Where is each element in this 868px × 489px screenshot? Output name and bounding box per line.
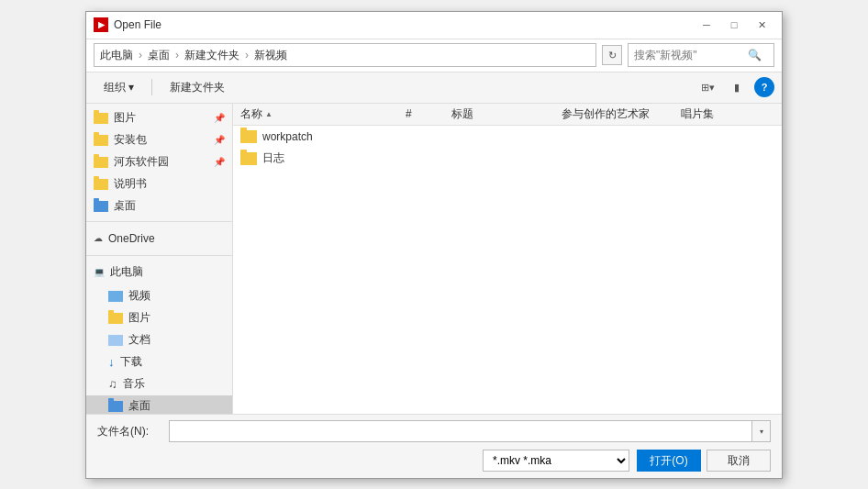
sidebar-label: 音乐 [123, 376, 145, 392]
sidebar-item-pictures2[interactable]: 图片 [86, 307, 232, 329]
toolbar-separator [151, 79, 152, 95]
dialog-icon: ▶ [94, 17, 108, 32]
search-input[interactable] [634, 49, 744, 61]
sidebar: 图片 📌 安装包 📌 河东软件园 📌 说明书 桌面 [86, 104, 233, 414]
col-num[interactable]: # [406, 107, 451, 120]
sidebar-item-videos[interactable]: 视频 [86, 285, 232, 307]
view-icon: ⊞▾ [701, 82, 715, 94]
folder-icon [108, 401, 123, 412]
sidebar-label: 文档 [128, 332, 150, 348]
search-box: 🔍 [628, 43, 774, 67]
window-controls: ─ □ ✕ [694, 16, 774, 34]
sidebar-item-hedong[interactable]: 河东软件园 📌 [86, 151, 232, 173]
file-item-workpatch[interactable]: workpatch [233, 126, 782, 148]
action-buttons: 打开(O) 取消 [637, 450, 771, 472]
filename-dropdown-button[interactable]: ▾ [752, 420, 771, 442]
sidebar-item-install[interactable]: 安装包 📌 [86, 129, 232, 151]
organize-button[interactable]: 组织 ▾ [94, 75, 144, 100]
path-part-4: 新视频 [254, 48, 287, 63]
folder-icon [94, 135, 108, 146]
col-name[interactable]: 名称 ▲ [240, 106, 406, 122]
folder-icon [108, 335, 123, 346]
folder-icon [94, 157, 108, 168]
sidebar-label: OneDrive [108, 232, 155, 245]
download-icon: ↓ [108, 355, 115, 369]
file-item-log[interactable]: 日志 [233, 148, 782, 170]
folder-icon [108, 313, 123, 324]
close-button[interactable]: ✕ [749, 16, 774, 34]
refresh-button[interactable]: ↻ [602, 45, 622, 65]
col-album[interactable]: 唱片集 [681, 106, 773, 122]
folder-icon [108, 291, 123, 302]
sidebar-label: 安装包 [114, 132, 147, 148]
title-bar: ▶ Open File ─ □ ✕ [86, 12, 782, 39]
address-path[interactable]: 此电脑 › 桌面 › 新建文件夹 › 新视频 [94, 43, 596, 67]
sidebar-label: 此电脑 [110, 264, 143, 280]
filetype-select[interactable]: *.mkv *.mka [483, 450, 629, 472]
cancel-button[interactable]: 取消 [707, 450, 771, 472]
sidebar-label: 说明书 [114, 176, 147, 192]
path-part-1: 此电脑 [100, 48, 133, 63]
path-part-2: 桌面 [148, 48, 170, 63]
sidebar-item-onedrive[interactable]: ☁ OneDrive [86, 226, 232, 251]
pin-icon: 📌 [214, 157, 225, 167]
main-content: 图片 📌 安装包 📌 河东软件园 📌 说明书 桌面 [86, 104, 782, 414]
sidebar-label: 河东软件园 [114, 154, 169, 170]
filetype-row: *.mkv *.mka 打开(O) 取消 [97, 450, 771, 472]
pane-button[interactable]: ▮ [725, 77, 749, 97]
filename-label: 文件名(N): [97, 424, 161, 439]
sidebar-item-docs[interactable]: 文档 [86, 329, 232, 351]
search-icon[interactable]: 🔍 [748, 49, 762, 61]
path-part-3: 新建文件夹 [184, 48, 239, 63]
bottom-bar: 文件名(N): ▾ *.mkv *.mka 打开(O) 取消 [86, 414, 782, 478]
dialog-title: Open File [114, 18, 694, 31]
maximize-button[interactable]: □ [721, 16, 747, 34]
file-name: 日志 [262, 150, 284, 166]
address-bar: 此电脑 › 桌面 › 新建文件夹 › 新视频 ↻ 🔍 [86, 39, 782, 72]
computer-icon: 💻 [94, 267, 105, 277]
sidebar-label: 图片 [128, 310, 150, 326]
sidebar-item-desktop-quick[interactable]: 桌面 [86, 195, 232, 217]
sidebar-label: 下载 [120, 354, 142, 370]
onedrive-icon: ☁ [94, 233, 103, 243]
file-list: 名称 ▲ # 标题 参与创作的艺术家 唱片集 workpat [233, 104, 782, 414]
folder-icon [94, 113, 108, 124]
view-button[interactable]: ⊞▾ [696, 77, 719, 97]
sidebar-item-pictures[interactable]: 图片 📌 [86, 107, 232, 129]
col-artist[interactable]: 参与创作的艺术家 [562, 106, 681, 122]
open-button[interactable]: 打开(O) [637, 450, 701, 472]
new-folder-button[interactable]: 新建文件夹 [160, 75, 235, 100]
folder-icon [94, 201, 108, 212]
help-button[interactable]: ? [754, 77, 774, 97]
sidebar-item-readme[interactable]: 说明书 [86, 173, 232, 195]
sidebar-label: 图片 [114, 110, 136, 126]
sidebar-label: 视频 [128, 288, 150, 304]
filename-input[interactable] [169, 420, 752, 442]
sidebar-divider-2 [86, 255, 232, 256]
folder-icon [240, 130, 257, 143]
sidebar-item-thispc[interactable]: 💻 此电脑 [86, 260, 232, 285]
sort-arrow: ▲ [265, 110, 273, 118]
pane-icon: ▮ [734, 82, 740, 94]
sidebar-label: 桌面 [128, 398, 150, 414]
sidebar-item-desktop[interactable]: 桌面 [86, 395, 232, 414]
filename-row: 文件名(N): ▾ [97, 420, 771, 442]
file-name: workpatch [262, 130, 313, 143]
minimize-button[interactable]: ─ [694, 16, 719, 34]
sidebar-divider [86, 221, 232, 222]
folder-icon [94, 179, 108, 190]
toolbar-right: ⊞▾ ▮ ? [696, 77, 774, 97]
sidebar-item-downloads[interactable]: ↓ 下载 [86, 351, 232, 373]
music-icon: ♫ [108, 377, 117, 391]
sidebar-item-music[interactable]: ♫ 音乐 [86, 373, 232, 395]
col-title[interactable]: 标题 [451, 106, 562, 122]
pin-icon: 📌 [214, 113, 225, 123]
file-list-header: 名称 ▲ # 标题 参与创作的艺术家 唱片集 [233, 104, 782, 126]
filename-input-wrap: ▾ [169, 420, 771, 442]
folder-icon [240, 152, 257, 165]
open-file-dialog: ▶ Open File ─ □ ✕ 此电脑 › 桌面 › 新建文件夹 › 新视频… [85, 11, 783, 479]
filetype-select-wrap: *.mkv *.mka [483, 450, 629, 472]
toolbar: 组织 ▾ 新建文件夹 ⊞▾ ▮ ? [86, 72, 782, 104]
sidebar-label: 桌面 [114, 198, 136, 214]
pin-icon: 📌 [214, 135, 225, 145]
